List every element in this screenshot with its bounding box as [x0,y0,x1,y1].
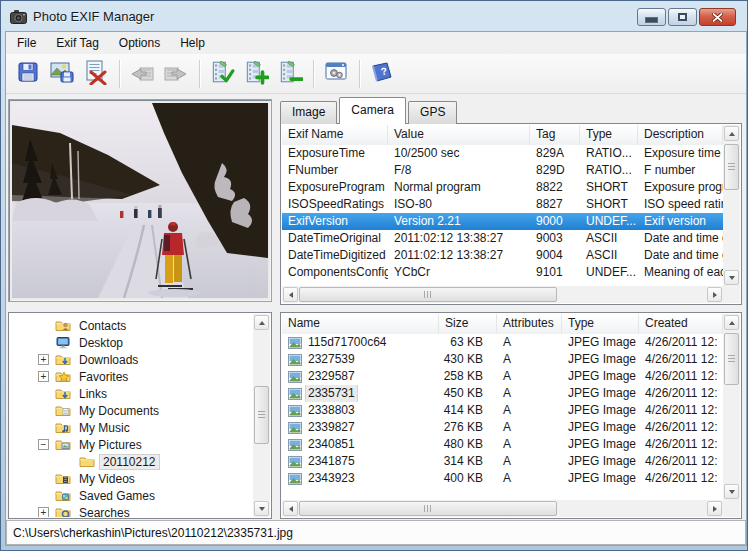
scroll-thumb[interactable] [254,386,269,444]
tree-item-favorites[interactable]: +Favorites [10,368,253,385]
tree-item-20110212[interactable]: 20110212 [10,453,253,470]
scroll-down-button[interactable] [724,270,739,285]
toolbar-separator [359,60,361,88]
exif-vertical-scrollbar[interactable] [723,125,740,286]
column-header[interactable]: Value [388,125,530,145]
column-header[interactable]: Attributes [497,314,562,334]
tree-item-my-music[interactable]: My Music [10,419,253,436]
exif-row-isospeedratings[interactable]: ISOSpeedRatingsISO-808827SHORTISO speed … [282,196,723,213]
scroll-right-button[interactable] [707,287,722,302]
cell: 430 KB [439,351,497,368]
help-button[interactable]: ? [366,58,398,90]
cell: JPEG Image [562,385,639,402]
scroll-thumb[interactable] [299,501,557,516]
column-header[interactable]: Created [639,314,723,334]
scroll-up-button[interactable] [724,126,739,141]
file-row-2335731[interactable]: 2335731450 KBAJPEG Image4/26/2011 12: [282,385,723,402]
file-row-2339827[interactable]: 2339827276 KBAJPEG Image4/26/2011 12: [282,419,723,436]
scroll-right-button[interactable] [707,501,722,516]
file-row-2338803[interactable]: 2338803414 KBAJPEG Image4/26/2011 12: [282,402,723,419]
cell: 8822 [530,179,580,196]
contacts-folder-icon [55,319,71,332]
tree-item-my-documents[interactable]: My Documents [10,402,253,419]
image-file-icon [288,422,306,434]
edit-tag-button[interactable] [206,58,238,90]
menu-item-options[interactable]: Options [110,33,169,53]
column-header[interactable]: Type [580,125,638,145]
tree-item-my-videos[interactable]: My Videos [10,470,253,487]
tree-item-my-pictures[interactable]: −My Pictures [10,436,253,453]
file-name: 2338803 [306,402,357,419]
tree-item-label: 20110212 [100,455,159,469]
column-header[interactable]: Size [439,314,497,334]
file-row-115d71700c64[interactable]: 115d71700c6463 KBAJPEG Image4/26/2011 12… [282,334,723,351]
scroll-thumb[interactable] [724,333,739,385]
column-header[interactable]: Description [638,125,723,145]
image-file-icon [288,456,306,468]
expand-toggle[interactable]: + [38,507,49,517]
tree-vertical-scrollbar[interactable] [253,314,270,517]
options-button[interactable] [320,58,352,90]
tab-camera[interactable]: Camera [339,97,406,124]
tree-item-label: My Music [76,421,133,435]
tab-gps[interactable]: GPS [408,101,457,124]
photo-winter-ski-scene [12,103,268,298]
tree-item-downloads[interactable]: +Downloads [10,351,253,368]
minimize-button[interactable] [637,8,666,26]
exif-row-datetimedigitized[interactable]: DateTimeDigitized2011:02:12 13:38:279004… [282,247,723,264]
tab-image[interactable]: Image [280,101,337,124]
file-list-panel: Name Size Attributes Type Created 115d71… [280,312,742,519]
tree-item-links[interactable]: Links [10,385,253,402]
scroll-left-button[interactable] [283,287,298,302]
file-row-2341875[interactable]: 2341875314 KBAJPEG Image4/26/2011 12: [282,453,723,470]
file-row-2343923[interactable]: 2343923400 KBAJPEG Image4/26/2011 12: [282,470,723,487]
menu-item-help[interactable]: Help [171,33,214,53]
scroll-down-button[interactable] [724,484,739,499]
tree-item-desktop[interactable]: Desktop [10,334,253,351]
file-row-2340851[interactable]: 2340851480 KBAJPEG Image4/26/2011 12: [282,436,723,453]
save-image-icon [49,60,75,88]
exif-row-componentsconfig[interactable]: ComponentsConfig...YCbCr9101UNDEF...Mean… [282,264,723,281]
collapse-toggle[interactable]: − [38,439,49,450]
remove-tag-button[interactable] [274,58,306,90]
scroll-up-button[interactable] [724,315,739,330]
close-button[interactable] [699,8,736,26]
cell: 4/26/2011 12: [639,368,723,385]
tree-item-saved-games[interactable]: Saved Games [10,487,253,504]
column-header[interactable]: Tag [530,125,580,145]
tree-item-searches[interactable]: +Searches [10,504,253,517]
file-row-2327539[interactable]: 2327539430 KBAJPEG Image4/26/2011 12: [282,351,723,368]
add-tag-button[interactable] [240,58,272,90]
cell: 4/26/2011 12: [639,453,723,470]
menu-item-file[interactable]: File [8,33,45,53]
cell: 829A [530,145,580,162]
scroll-left-button[interactable] [283,501,298,516]
exif-row-fnumber[interactable]: FNumberF/8829DRATIO...F number [282,162,723,179]
games-folder-icon [55,489,71,502]
scroll-up-button[interactable] [254,315,269,330]
exif-row-exposureprogram[interactable]: ExposureProgramNormal program8822SHORTEx… [282,179,723,196]
exif-row-exposuretime[interactable]: ExposureTime10/2500 sec829ARATIO...Expos… [282,145,723,162]
cell: 9000 [530,213,580,230]
save-button[interactable] [12,58,44,90]
maximize-button[interactable] [668,8,697,26]
exif-row-datetimeoriginal[interactable]: DateTimeOriginal2011:02:12 13:38:279003A… [282,230,723,247]
menu-item-exif-tag[interactable]: Exif Tag [47,33,107,53]
column-header[interactable]: Exif Name [282,125,388,145]
save-image-button[interactable] [46,58,78,90]
exif-horizontal-scrollbar[interactable] [282,286,723,303]
delete-exif-button[interactable] [80,58,112,90]
file-row-2329587[interactable]: 2329587258 KBAJPEG Image4/26/2011 12: [282,368,723,385]
tree-item-contacts[interactable]: Contacts [10,317,253,334]
files-horizontal-scrollbar[interactable] [282,500,723,517]
scroll-thumb[interactable] [724,144,739,190]
column-header[interactable]: Name [282,314,439,334]
scroll-thumb[interactable] [299,287,557,302]
files-vertical-scrollbar[interactable] [723,314,740,500]
expand-toggle[interactable]: + [38,354,49,365]
file-list-rows: 115d71700c6463 KBAJPEG Image4/26/2011 12… [282,334,723,500]
exif-row-exifversion[interactable]: ExifVersionVersion 2.219000UNDEF...Exif … [282,213,723,230]
scroll-down-button[interactable] [254,501,269,516]
expand-toggle[interactable]: + [38,371,49,382]
column-header[interactable]: Type [562,314,639,334]
